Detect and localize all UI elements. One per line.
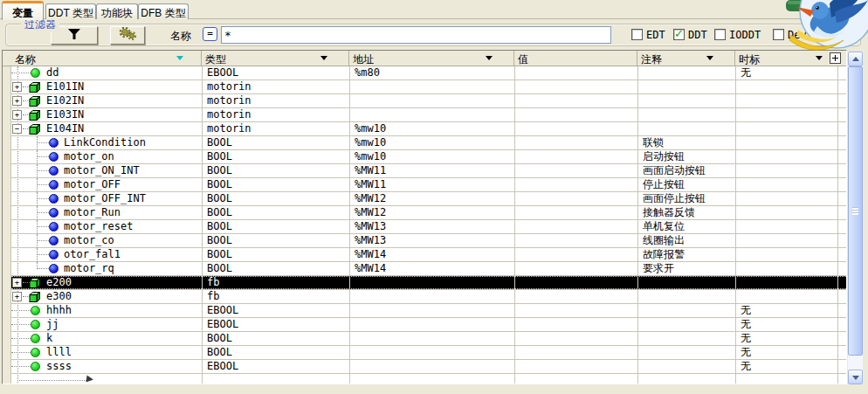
cell-value[interactable] <box>514 276 637 289</box>
cell-name[interactable]: ssss <box>11 360 202 373</box>
cell-timestamp[interactable]: 无 <box>735 360 846 373</box>
filter-dropdown-arrow-icon[interactable] <box>176 56 183 60</box>
cell-name[interactable]: otor_fal1 <box>11 248 202 261</box>
cell-type[interactable]: EBOOL <box>202 318 349 331</box>
name-filter-input[interactable] <box>221 26 611 44</box>
cell-timestamp[interactable] <box>735 234 846 247</box>
cell-type[interactable]: BOOL <box>202 150 349 163</box>
cell-name[interactable]: motor_OFF <box>11 178 202 191</box>
cell-type[interactable]: fb <box>202 290 349 303</box>
checkbox-box[interactable]: ✓ <box>631 29 643 40</box>
cell-timestamp[interactable] <box>735 206 846 219</box>
cell-value[interactable] <box>514 220 637 233</box>
cell-name[interactable]: −E104IN <box>11 122 202 135</box>
cell-name[interactable]: motor_rq <box>11 262 202 275</box>
cell-type[interactable]: EBOOL <box>202 360 349 373</box>
column-header-address[interactable]: 地址 <box>349 51 514 66</box>
cell-address[interactable]: %MW12 <box>349 206 514 219</box>
equals-operator-button[interactable]: = <box>203 27 217 41</box>
cell-timestamp[interactable] <box>735 192 846 205</box>
cell-name[interactable]: k <box>11 332 202 345</box>
cell-address[interactable] <box>349 318 514 331</box>
checkbox-box[interactable]: ✓ <box>714 29 726 40</box>
cell-name[interactable]: +E102IN <box>11 94 202 107</box>
table-row[interactable]: jjEBOOL无 <box>11 318 846 332</box>
expander-toggle[interactable]: − <box>12 124 22 134</box>
cell-name[interactable]: dd <box>11 66 202 79</box>
cell-type[interactable]: BOOL <box>202 178 349 191</box>
cell-comment[interactable] <box>637 94 735 107</box>
cell-value[interactable] <box>514 234 637 247</box>
cell-type[interactable]: fb <box>202 276 349 289</box>
cell-value[interactable] <box>514 94 637 107</box>
cell-address[interactable]: %MW11 <box>349 164 514 177</box>
cell-type[interactable]: BOOL <box>202 346 349 359</box>
cell-name[interactable]: motor_OFF_INT <box>11 192 202 205</box>
cell-name[interactable]: motor_Run <box>11 206 202 219</box>
cell-address[interactable] <box>349 346 514 359</box>
expander-toggle[interactable]: + <box>12 278 22 287</box>
column-header-comment[interactable]: 注释 <box>637 51 735 66</box>
table-row[interactable]: otor_fal1BOOL%MW14故障报警 <box>11 248 846 262</box>
table-row[interactable]: llllBOOL无 <box>11 346 846 360</box>
table-row[interactable]: ssssEBOOL无 <box>11 360 846 374</box>
cell-name[interactable]: +e200 <box>11 276 202 289</box>
table-row[interactable]: +E102INmotorin <box>11 94 846 108</box>
cell-comment[interactable] <box>637 304 735 317</box>
cell-timestamp[interactable]: 无 <box>735 346 846 359</box>
table-row[interactable]: −E104INmotorin%mw10 <box>11 122 846 136</box>
cell-value[interactable] <box>514 136 637 149</box>
cell-type[interactable]: BOOL <box>202 192 349 205</box>
table-row[interactable]: motor_resetBOOL%MW13单机复位 <box>11 220 846 234</box>
cell-timestamp[interactable] <box>735 94 846 107</box>
cell-comment[interactable] <box>637 318 735 331</box>
cell-type[interactable]: motorin <box>202 122 349 135</box>
cell-name[interactable]: llll <box>11 346 202 359</box>
cell-type[interactable]: EBOOL <box>202 66 349 79</box>
cell-comment[interactable] <box>637 290 735 303</box>
cell-comment[interactable]: 故障报警 <box>637 248 735 261</box>
cell-timestamp[interactable] <box>735 248 846 261</box>
cell-address[interactable] <box>349 332 514 345</box>
cell-address[interactable]: %MW14 <box>349 262 514 275</box>
cell-timestamp[interactable] <box>735 80 846 93</box>
table-row[interactable]: +E103INmotorin <box>11 108 846 122</box>
cell-value[interactable] <box>514 150 637 163</box>
filter-settings-button[interactable] <box>110 26 145 45</box>
scroll-down-button[interactable] <box>848 370 863 384</box>
cell-comment[interactable]: 联锁 <box>637 136 735 149</box>
cell-name[interactable]: +E103IN <box>11 108 202 121</box>
cell-name[interactable]: motor_ON_INT <box>11 164 202 177</box>
tab-variables[interactable]: 变量 <box>2 1 44 20</box>
cell-timestamp[interactable] <box>735 164 846 177</box>
cell-comment[interactable]: 要求开 <box>637 262 735 275</box>
tab-ddt-types[interactable]: DDT 类型 <box>45 3 96 19</box>
cell-address[interactable]: %MW14 <box>349 248 514 261</box>
table-row[interactable]: kBOOL无 <box>11 332 846 346</box>
cell-timestamp[interactable] <box>735 136 846 149</box>
cell-timestamp[interactable] <box>735 220 846 233</box>
cell-type[interactable]: BOOL <box>202 220 349 233</box>
cell-address[interactable]: %MW13 <box>349 220 514 233</box>
cell-comment[interactable] <box>637 360 735 373</box>
table-row[interactable]: ddEBOOL%m80无 <box>11 66 846 80</box>
cell-value[interactable] <box>514 248 637 261</box>
cell-comment[interactable] <box>637 122 735 135</box>
cell-value[interactable] <box>514 360 637 373</box>
table-row[interactable]: +e200fb <box>11 276 846 290</box>
cell-type[interactable]: BOOL <box>202 262 349 275</box>
cell-address[interactable] <box>349 360 514 373</box>
cell-type[interactable]: BOOL <box>202 234 349 247</box>
checkbox-box[interactable]: ✓ <box>673 29 685 40</box>
cell-type[interactable]: motorin <box>202 94 349 107</box>
cell-type[interactable]: BOOL <box>202 206 349 219</box>
cell-address[interactable] <box>349 290 514 303</box>
cell-value[interactable] <box>514 164 637 177</box>
table-row[interactable]: motor_rqBOOL%MW14要求开 <box>11 262 846 276</box>
cell-address[interactable]: %mw10 <box>349 150 514 163</box>
cell-timestamp[interactable] <box>735 290 846 303</box>
table-row[interactable]: motor_onBOOL%mw10启动按钮 <box>11 150 846 164</box>
cell-type[interactable]: BOOL <box>202 248 349 261</box>
cell-address[interactable]: %MW12 <box>349 192 514 205</box>
cell-timestamp[interactable] <box>735 122 846 135</box>
